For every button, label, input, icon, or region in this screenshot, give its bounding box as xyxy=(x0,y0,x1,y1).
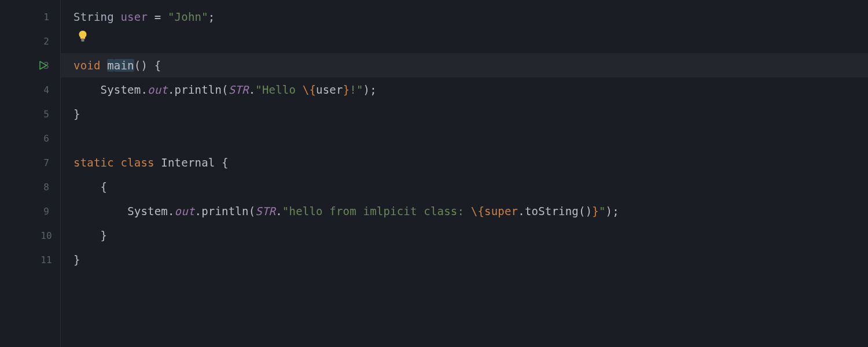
token-keyword: static xyxy=(73,156,114,169)
line-number: 9 xyxy=(39,206,53,217)
line-number: 4 xyxy=(39,84,53,95)
gutter-row[interactable]: 4 xyxy=(0,77,60,102)
gutter: 1 2 3 4 5 6 7 8 9 10 xyxy=(0,0,61,347)
code-line-1[interactable]: String user = "John"; xyxy=(61,5,868,29)
token-brace: { xyxy=(101,180,108,193)
token-punct: () xyxy=(134,59,148,72)
code-editor[interactable]: 1 2 3 4 5 6 7 8 9 10 xyxy=(0,0,868,347)
token-escape: \{ xyxy=(303,83,316,96)
token-method: println xyxy=(201,205,248,217)
token-identifier: System xyxy=(127,205,168,217)
token-method: println xyxy=(175,83,222,96)
token-field: out xyxy=(175,205,195,217)
gutter-row[interactable]: 3 xyxy=(0,53,60,77)
token-brace: { xyxy=(155,59,161,72)
token-string: Hello xyxy=(262,83,303,96)
gutter-row[interactable]: 8 xyxy=(0,175,60,199)
code-line-11[interactable]: } xyxy=(61,248,868,272)
code-line-2[interactable] xyxy=(61,29,868,53)
code-line-7[interactable]: static class Internal { xyxy=(61,150,868,175)
gutter-row[interactable]: 9 xyxy=(0,199,60,223)
token-string: " xyxy=(168,10,175,23)
code-line-8[interactable]: { xyxy=(61,175,868,199)
token-field: user xyxy=(120,10,148,23)
token-class: Internal xyxy=(161,156,215,169)
token-identifier: ain xyxy=(114,59,134,72)
token-operator: = xyxy=(155,10,161,23)
gutter-row[interactable]: 1 xyxy=(0,5,60,29)
line-number: 8 xyxy=(39,182,53,193)
code-line-4[interactable]: System.out.println(STR."Hello \{user}!")… xyxy=(61,77,868,102)
token-identifier: m xyxy=(107,59,114,72)
svg-rect-0 xyxy=(81,39,84,40)
line-number: 6 xyxy=(39,133,53,144)
code-line-9[interactable]: System.out.println(STR."hello from imlpi… xyxy=(61,199,868,223)
lightbulb-icon[interactable] xyxy=(76,29,90,43)
line-number: 5 xyxy=(39,109,53,120)
token-identifier: System xyxy=(101,83,141,96)
token-string: John xyxy=(175,10,202,23)
token-field: STR xyxy=(229,83,249,96)
gutter-row[interactable]: 10 xyxy=(0,223,60,248)
gutter-row[interactable]: 5 xyxy=(0,102,60,126)
selection: ain xyxy=(114,59,134,72)
line-number: 7 xyxy=(39,157,53,168)
svg-rect-1 xyxy=(82,40,84,41)
gutter-row[interactable]: 11 xyxy=(0,248,60,272)
code-line-3[interactable]: void main() { xyxy=(61,53,868,77)
token-field: out xyxy=(148,83,168,96)
token-identifier: user xyxy=(316,83,343,96)
line-number: 1 xyxy=(39,12,53,23)
token-brace: } xyxy=(73,108,80,120)
token-string: ! xyxy=(350,83,356,96)
token-type: String xyxy=(73,10,114,23)
line-number: 10 xyxy=(39,230,53,241)
line-number: 2 xyxy=(39,36,53,47)
token-escape: } xyxy=(343,83,350,96)
token-escape: \{ xyxy=(471,205,484,217)
run-icon[interactable] xyxy=(37,60,49,71)
token-method: toString xyxy=(525,205,579,217)
code-area[interactable]: String user = "John"; void main() { Syst… xyxy=(61,0,868,347)
selection: m xyxy=(107,59,114,72)
gutter-row[interactable]: 6 xyxy=(0,126,60,150)
token-string: " xyxy=(201,10,208,23)
token-brace: } xyxy=(101,229,108,242)
token-string: hello from imlpicit class: xyxy=(289,205,471,217)
line-number: 11 xyxy=(39,254,53,265)
token-brace: { xyxy=(222,156,229,169)
token-brace: } xyxy=(73,253,80,266)
gutter-row[interactable]: 2 xyxy=(0,29,60,53)
token-keyword: void xyxy=(73,59,101,72)
token-escape: } xyxy=(592,205,599,217)
code-line-6[interactable] xyxy=(61,126,868,150)
token-keyword: super xyxy=(484,205,518,217)
gutter-row[interactable]: 7 xyxy=(0,150,60,175)
token-field: STR xyxy=(255,205,275,217)
token-keyword: class xyxy=(120,156,154,169)
token-punct: ; xyxy=(208,10,215,23)
code-line-5[interactable]: } xyxy=(61,102,868,126)
code-line-10[interactable]: } xyxy=(61,223,868,248)
